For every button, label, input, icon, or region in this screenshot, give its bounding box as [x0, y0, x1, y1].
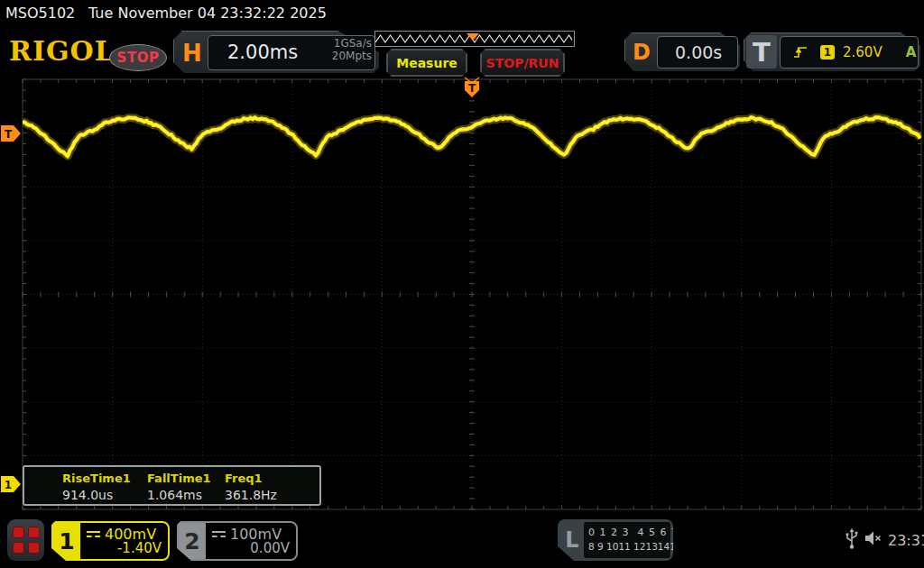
- menu-button[interactable]: [7, 519, 44, 561]
- channel1-panel[interactable]: 1 400mV -1.40V: [51, 521, 170, 561]
- menu-grid-icon: [28, 527, 40, 538]
- delay-label: D: [633, 40, 651, 65]
- measure-button[interactable]: Measure: [386, 49, 467, 77]
- menu-grid-icon: [28, 542, 40, 554]
- dc-coupling-icon: [212, 530, 226, 538]
- measurement-risetime: RiseTime1 914.0us: [62, 467, 148, 504]
- dc-coupling-icon: [87, 530, 100, 538]
- delay-value: 0.00s: [675, 42, 722, 62]
- channel2-panel[interactable]: 2 100mV 0.00V: [177, 521, 298, 561]
- menu-grid-icon: [13, 542, 24, 554]
- sample-rate: 1GSa/s: [309, 37, 372, 50]
- channel1-offset: -1.40V: [117, 540, 162, 556]
- speaker-muted-icon: [864, 530, 883, 546]
- measurement-label: RiseTime1: [62, 472, 131, 485]
- trigger-level-marker[interactable]: T: [1, 125, 21, 142]
- model-name: MSO5102: [5, 5, 75, 22]
- horizontal-label: H: [182, 40, 202, 67]
- measurement-value: 1.064ms: [147, 488, 202, 502]
- measurement-falltime: FallTime1 1.064ms: [147, 467, 233, 504]
- memory-depth: 20Mpts: [309, 50, 372, 62]
- trigger-edge-icon: [793, 45, 808, 60]
- logic-row-0-7: 0 1 2 3 4 5 6 7: [588, 527, 679, 538]
- oscilloscope-screen: TT1 MSO5102 Tue November 04 23:32:22 202…: [0, 0, 924, 568]
- acquisition-status-badge: STOP: [109, 44, 167, 71]
- channel1-values: 400mV -1.40V: [80, 523, 168, 559]
- trigger-level-value: 2.60V: [843, 44, 882, 60]
- trigger-lcd[interactable]: 1 2.60V A: [780, 36, 919, 69]
- logic-channel-list: 0 1 2 3 4 5 6 7 8 9 1011 12131415: [584, 522, 670, 558]
- top-info-bar: MSO5102 Tue November 04 23:32:22 2025: [0, 0, 924, 25]
- measurement-label: Freq1: [225, 472, 263, 485]
- logic-row-8-15: 8 9 1011 12131415: [588, 541, 682, 552]
- measurement-value: 914.0us: [62, 488, 113, 502]
- sample-rate-block: 1GSa/s 20Mpts: [309, 37, 372, 62]
- status-clock: 23:31: [888, 532, 924, 549]
- timebase-value: 2.00ms: [227, 41, 298, 63]
- menu-grid-icon: [13, 527, 24, 538]
- rigol-logo: RIGOL: [9, 35, 115, 67]
- svg-text:T: T: [5, 128, 13, 141]
- waveform-trace-ch1: [23, 117, 920, 156]
- grid: [23, 79, 921, 509]
- svg-text:T: T: [468, 82, 476, 95]
- measurement-label: FallTime1: [147, 472, 211, 485]
- ch1-ground-marker[interactable]: 1: [1, 476, 21, 492]
- overview-zigzag: [375, 32, 572, 45]
- measurement-value: 361.8Hz: [225, 488, 277, 502]
- channel2-values: 100mV 0.00V: [206, 523, 296, 559]
- svg-text:1: 1: [5, 479, 12, 491]
- waveform-overview-strip[interactable]: [374, 31, 575, 47]
- logic-label: L: [561, 525, 583, 555]
- stop-run-button[interactable]: STOP/RUN: [480, 49, 565, 77]
- measurement-freq: Freq1 361.8Hz: [225, 467, 310, 504]
- datetime-text: Tue November 04 23:32:22 2025: [88, 5, 327, 22]
- measurement-results-box[interactable]: RiseTime1 914.0us FallTime1 1.064ms Freq…: [23, 465, 321, 506]
- trigger-mode: A: [906, 44, 917, 60]
- trigger-label: T: [746, 35, 777, 69]
- trigger-source-badge: 1: [820, 45, 835, 60]
- usb-icon: [845, 528, 859, 550]
- logic-channels-panel[interactable]: L 0 1 2 3 4 5 6 7 8 9 1011 12131415: [558, 519, 673, 561]
- channel2-offset: 0.00V: [250, 540, 290, 556]
